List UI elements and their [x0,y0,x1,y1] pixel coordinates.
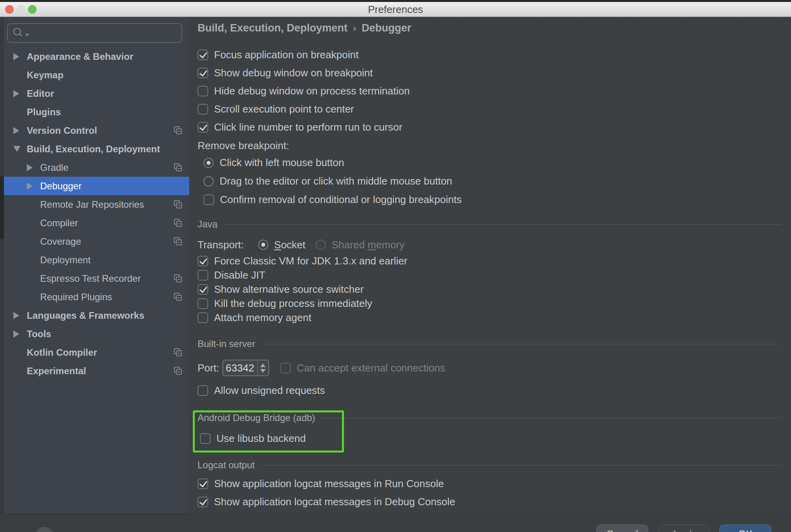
sidebar-item-editor[interactable]: Editor [0,84,189,103]
chevron-down-icon[interactable] [13,146,22,152]
checkbox-show-debug-window-on-breakpoint[interactable] [198,68,208,78]
section-separator-line [322,418,781,418]
shared-settings-icon [173,163,183,172]
option-label: Shared memory [332,239,405,251]
checkbox-focus-application-on-breakpoint[interactable] [198,50,208,60]
shared-settings-icon [173,218,183,228]
checkbox-row: Kill the debug process immediately [198,296,791,310]
checkbox-scroll-execution-point-to-center[interactable] [198,104,208,115]
sidebar-item-label: Appearance & Behavior [27,51,133,62]
sidebar-item-keymap[interactable]: Keymap [0,66,189,84]
option-label: Socket [274,239,306,251]
sidebar-item-plugins[interactable]: Plugins [0,103,189,121]
sidebar-item-tools[interactable]: Tools [0,325,189,343]
chevron-right-icon[interactable] [13,53,22,60]
chevron-right-icon[interactable] [13,331,22,338]
checkbox-disable-jit[interactable] [198,270,208,281]
checkbox-show-alternative-source-switcher[interactable] [198,284,208,295]
search-options-chevron-icon[interactable] [25,34,29,36]
sidebar-item-label: Languages & Frameworks [27,310,144,321]
sidebar-item-label: Editor [27,88,54,99]
checkbox-row: Scroll execution point to center [198,100,791,118]
checkbox-row: Click line number to perform run to curs… [198,118,791,136]
checkbox-row: Attach memory agent [198,310,791,325]
radio-row: Drag to the editor or click with middle … [203,172,791,190]
sidebar-scrollbar-thumb[interactable] [0,176,4,239]
cancel-button[interactable]: Cancel [596,525,648,532]
chevron-right-icon[interactable] [13,127,22,134]
option-label: Show debug window on breakpoint [214,67,373,79]
sidebar-item-deployment[interactable]: Deployment [0,251,189,269]
close-button[interactable] [5,5,14,14]
sidebar-item-languages-frameworks[interactable]: Languages & Frameworks [0,306,189,325]
checkbox-show-application-logcat-messages-in-debug-console[interactable] [198,497,208,507]
option-label: Kill the debug process immediately [214,297,372,310]
apply-button[interactable]: Apply [658,525,710,532]
radio-shared-memory[interactable] [316,240,326,250]
checkbox-row: Show debug window on breakpoint [198,64,791,82]
zoom-button[interactable] [28,5,37,14]
checkbox-click-line-number-to-perform-run-to-cursor[interactable] [198,122,208,133]
chevron-right-icon[interactable] [13,90,22,97]
help-button[interactable]: ? [35,527,54,532]
remove-breakpoint-label: Remove breakpoint: [198,138,791,153]
spinner-up-icon[interactable] [260,364,266,367]
shared-settings-icon [173,366,183,376]
minimize-button[interactable] [17,5,25,14]
checkbox-row: Allow unsigned requests [198,381,791,399]
checkbox-show-application-logcat-messages-in-run-console[interactable] [198,478,208,489]
sidebar-item-label: Build, Execution, Deployment [27,144,160,155]
checkbox-hide-debug-window-on-process-termination[interactable] [198,86,208,96]
titlebar: Preferences [0,2,791,17]
transport-options: SocketShared memory [244,239,405,251]
breadcrumb-page: Debugger [362,22,411,34]
checkbox-allow-unsigned-requests[interactable] [198,385,208,396]
checkbox-confirm-removal-of-conditional-or-logging-breakpoints[interactable] [203,194,214,205]
sidebar-left-strip [0,17,4,514]
sidebar-item-appearance-behavior[interactable]: Appearance & Behavior [0,47,189,66]
section-separator-line [224,224,781,225]
checkbox-force-classic-vm-for-jdk-1-3-x-and-earlier[interactable] [198,256,208,266]
option-label: Disable JIT [214,269,265,281]
ok-button[interactable]: OK [719,525,771,532]
option-label: Focus application on breakpoint [214,49,359,61]
sidebar-item-label: Kotlin Compiler [27,347,97,358]
radio-click-with-left-mouse-button[interactable] [203,158,214,168]
sidebar-item-version-control[interactable]: Version Control [0,121,189,140]
sidebar-item-debugger[interactable]: Debugger [0,177,189,195]
sidebar-item-espresso-test-recorder[interactable]: Espresso Test Recorder [0,269,189,288]
option-label: Click with left mouse button [220,157,344,169]
spinner-down-icon[interactable] [260,369,266,373]
sidebar-item-coverage[interactable]: Coverage [0,232,189,251]
sidebar-item-experimental[interactable]: Experimental [0,362,189,380]
chevron-right-icon[interactable] [27,183,35,190]
search-icon [13,27,24,39]
sidebar-item-remote-jar-repositories[interactable]: Remote Jar Repositories [0,195,189,214]
checkbox-can-accept-external-connections[interactable] [280,363,291,373]
chevron-right-icon[interactable] [27,164,35,171]
sidebar-item-kotlin-compiler[interactable]: Kotlin Compiler [0,343,189,362]
radio-drag-to-the-editor-or-click-with-middle-mouse-button[interactable] [203,176,214,187]
adb-options: Use libusb backend [200,429,791,447]
option-label: Confirm removal of conditional or loggin… [220,194,462,206]
sidebar-item-build-execution-deployment[interactable]: Build, Execution, Deployment [0,140,189,158]
sidebar-item-required-plugins[interactable]: Required Plugins [0,288,189,306]
checkbox-attach-memory-agent[interactable] [198,312,208,323]
search-input[interactable] [29,28,181,39]
checkbox-row: Focus application on breakpoint [198,46,791,64]
radio-socket[interactable] [258,240,268,250]
search-box[interactable] [7,23,182,43]
sidebar-item-gradle[interactable]: Gradle [0,158,189,177]
option-label: Attach memory agent [214,312,311,324]
port-value[interactable]: 63342 [223,360,257,375]
checkbox-use-libusb-backend[interactable] [200,433,211,444]
port-spinner[interactable]: 63342 [222,360,269,376]
chevron-right-icon[interactable] [13,312,22,319]
sidebar-item-compiler[interactable]: Compiler [0,214,189,232]
option-label: Drag to the editor or click with middle … [220,175,452,187]
builtin-server-section-header: Built-in server [198,335,791,353]
checkbox-row: Hide debug window on process termination [198,82,791,100]
general-options-list: Focus application on breakpointShow debu… [198,46,791,136]
checkbox-kill-the-debug-process-immediately[interactable] [198,298,208,309]
port-row-option: Can accept external connections [269,362,445,374]
